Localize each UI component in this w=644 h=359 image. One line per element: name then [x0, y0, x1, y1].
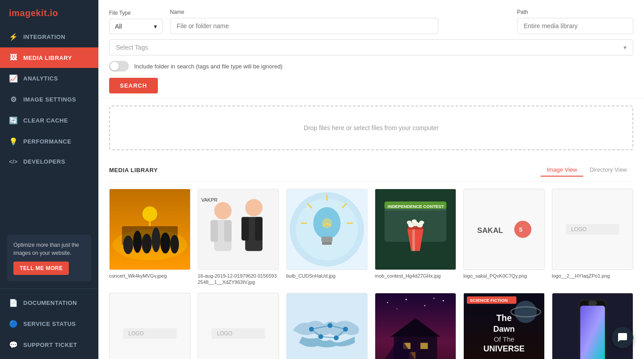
- svg-rect-18: [242, 217, 249, 241]
- svg-point-12: [214, 202, 232, 220]
- name-field: Name: [170, 9, 510, 34]
- list-item[interactable]: infrastructure-new_jR1pqH9eD.png: [286, 293, 368, 359]
- svg-text:The: The: [496, 313, 512, 323]
- list-item[interactable]: INDEPENDENCE CONTEST: [375, 189, 456, 286]
- svg-text:Dawn: Dawn: [493, 324, 515, 333]
- svg-text:SAKAL: SAKAL: [477, 226, 503, 235]
- image-filename: 16-aug-2019-12-01979620 01565932548__1__…: [198, 273, 279, 286]
- include-folder-toggle[interactable]: [109, 61, 129, 72]
- sidebar-bottom: 📄 Documentation 🔵 Service Status 💬 Suppo…: [0, 288, 98, 359]
- image-thumbnail: LOGO: [109, 293, 191, 359]
- svg-rect-78: [420, 342, 428, 349]
- include-folder-label: Include folder in search (tags and file …: [134, 63, 283, 70]
- logo: imagekit.io: [0, 0, 98, 26]
- list-item[interactable]: SAKAL S logo_sakal_PQvK0C7Qy.png: [463, 189, 545, 286]
- image-filename: logo_sakal_PQvK0C7Qy.png: [463, 273, 545, 279]
- sidebar-item-performance[interactable]: 💡 Performance: [0, 131, 98, 152]
- svg-rect-25: [322, 242, 332, 245]
- sidebar-item-support-ticket[interactable]: 💬 Support Ticket: [0, 334, 98, 355]
- svg-rect-24: [322, 237, 333, 242]
- image-thumbnail: [286, 189, 368, 270]
- sidebar-item-image-settings[interactable]: ⚙ Image Settings: [0, 89, 98, 110]
- sidebar-item-clear-cache[interactable]: 🔄 Clear Cache: [0, 110, 98, 131]
- sidebar-item-developers[interactable]: </> Developers: [0, 152, 98, 171]
- sidebar: imagekit.io ⚡ Integration 🖼 Media Librar…: [0, 0, 98, 359]
- list-item[interactable]: LOGO logo__2__xoBrJkZbU.png: [198, 293, 279, 359]
- svg-point-16: [245, 199, 263, 216]
- sidebar-item-media-library[interactable]: 🖼 Media Library: [0, 47, 98, 68]
- svg-point-41: [407, 221, 412, 224]
- name-label: Name: [170, 9, 510, 15]
- svg-text:LOGO: LOGO: [571, 226, 587, 232]
- svg-text:UNIVERSE: UNIVERSE: [483, 344, 525, 353]
- search-area: File Type All ▾ Name Path Select Tags ▾: [98, 0, 644, 98]
- image-thumbnail: [552, 293, 633, 359]
- list-item[interactable]: [552, 293, 633, 359]
- image-thumbnail: INDEPENDENCE CONTEST: [375, 189, 456, 270]
- tell-me-more-button[interactable]: TELL ME MORE: [13, 262, 69, 275]
- clear-cache-icon: 🔄: [9, 116, 18, 125]
- file-type-label: File Type: [109, 10, 163, 16]
- list-item[interactable]: LOGO logo__2__tZqFIRM06.png: [109, 293, 191, 359]
- path-input[interactable]: [517, 18, 633, 34]
- image-thumbnail: [286, 293, 368, 359]
- image-thumbnail: LOGO: [198, 293, 279, 359]
- svg-point-72: [443, 300, 444, 301]
- analytics-icon: 📈: [9, 74, 18, 83]
- svg-text:Of The: Of The: [494, 335, 514, 343]
- performance-icon: 💡: [9, 137, 18, 146]
- file-type-select[interactable]: All ▾: [109, 19, 163, 34]
- sidebar-item-integration[interactable]: ⚡ Integration: [0, 26, 98, 47]
- tags-placeholder: Select Tags: [116, 44, 148, 51]
- list-item[interactable]: SCIENCE FICTION The Dawn Of The UNIVERSE…: [463, 293, 545, 359]
- include-folder-row: Include folder in search (tags and file …: [109, 61, 633, 72]
- svg-point-74: [433, 297, 435, 299]
- svg-text:SCIENCE FICTION: SCIENCE FICTION: [470, 298, 508, 303]
- image-thumbnail: LOGO: [552, 189, 633, 270]
- image-filename: logo__2__HYIaqZPo1.png: [552, 273, 633, 279]
- svg-point-31: [322, 218, 332, 228]
- svg-point-70: [406, 299, 407, 300]
- svg-rect-96: [588, 300, 597, 305]
- sidebar-item-analytics[interactable]: 📈 Analytics: [0, 68, 98, 89]
- tab-directory-view[interactable]: Directory View: [583, 164, 633, 177]
- sidebar-item-service-status[interactable]: 🔵 Service Status: [0, 313, 98, 334]
- drop-zone[interactable]: Drop files here or select files from you…: [109, 106, 633, 150]
- list-item[interactable]: VAKPR 16-aug-2019-12-01979620 0156593254…: [198, 189, 279, 286]
- list-item[interactable]: bulb_CUDSnHaUd.jpg: [286, 189, 368, 286]
- sidebar-item-documentation[interactable]: 📄 Documentation: [0, 292, 98, 313]
- svg-rect-95: [580, 305, 605, 359]
- svg-text:INDEPENDENCE CONTEST: INDEPENDENCE CONTEST: [388, 204, 444, 209]
- drop-zone-text: Drop files here or select files from you…: [304, 124, 439, 131]
- image-thumbnail: [375, 293, 456, 359]
- svg-point-8: [170, 235, 179, 253]
- toggle-knob: [110, 62, 119, 71]
- image-thumbnail: [109, 189, 191, 270]
- file-type-field: File Type All ▾: [109, 10, 163, 34]
- main-content: File Type All ▾ Name Path Select Tags ▾: [98, 0, 644, 359]
- image-settings-icon: ⚙: [9, 95, 18, 104]
- chat-bubble[interactable]: [612, 327, 633, 348]
- svg-point-43: [412, 220, 417, 223]
- image-thumbnail: SAKAL S: [463, 189, 545, 270]
- support-ticket-icon: 💬: [9, 341, 18, 349]
- documentation-icon: 📄: [9, 299, 18, 307]
- svg-rect-19: [255, 217, 263, 241]
- svg-text:LOGO: LOGO: [128, 330, 144, 336]
- tab-image-view[interactable]: Image View: [541, 164, 584, 177]
- list-item[interactable]: [375, 293, 456, 359]
- tags-row: Select Tags ▾: [109, 39, 633, 55]
- developers-icon: </>: [9, 159, 18, 165]
- search-button[interactable]: SEARCH: [109, 78, 158, 93]
- tags-chevron-icon: ▾: [623, 44, 627, 51]
- svg-point-7: [161, 232, 170, 253]
- image-thumbnail: VAKPR: [198, 189, 279, 270]
- svg-text:S: S: [519, 227, 523, 233]
- list-item[interactable]: LOGO logo__2__HYIaqZPo1.png: [552, 189, 633, 286]
- name-input[interactable]: [170, 18, 438, 34]
- image-thumbnail: SCIENCE FICTION The Dawn Of The UNIVERSE…: [463, 293, 545, 359]
- svg-rect-14: [211, 220, 218, 241]
- list-item[interactable]: concert_Wk4kyMVGv.jpeg: [109, 189, 191, 286]
- tags-select[interactable]: Select Tags ▾: [109, 39, 633, 55]
- svg-point-3: [123, 236, 133, 254]
